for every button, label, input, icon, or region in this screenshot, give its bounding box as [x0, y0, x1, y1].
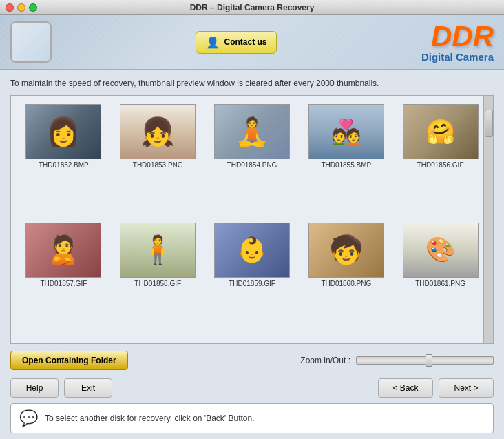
list-item[interactable]: THD01853.PNG [114, 104, 202, 217]
maximize-button[interactable] [29, 3, 37, 12]
list-item[interactable]: THD01858.GIF [114, 223, 202, 336]
thumbnail-label: THD01852.BMP [39, 161, 89, 169]
controls-row: Open Containing Folder Zoom in/Out : [10, 348, 494, 373]
brand-subtitle: Digital Camera [421, 51, 494, 63]
thumbnail-image [120, 223, 196, 278]
zoom-slider[interactable] [356, 356, 494, 365]
scrollbar[interactable] [483, 96, 493, 343]
next-button[interactable]: Next > [439, 378, 494, 398]
thumbnail-label: THD01856.GIF [417, 161, 464, 169]
window-title: DDR – Digital Camera Recovery [190, 3, 315, 12]
status-message: To select another disk for recovery, cli… [45, 414, 255, 423]
open-folder-button[interactable]: Open Containing Folder [10, 351, 128, 370]
thumbnail-image [403, 104, 479, 159]
zoom-control: Zoom in/Out : [300, 356, 494, 365]
thumbnail-label: THD01854.PNG [227, 161, 277, 169]
main-content: To maintain the speed of recovery, thumb… [0, 70, 504, 439]
minimize-button[interactable] [17, 3, 25, 12]
thumbnail-image [25, 104, 101, 159]
thumbnail-image [308, 104, 384, 159]
thumbnail-image [214, 104, 290, 159]
zoom-handle[interactable] [426, 354, 432, 367]
thumbnail-image [120, 104, 196, 159]
thumbnail-label: THD01853.PNG [133, 161, 183, 169]
close-button[interactable] [6, 3, 14, 12]
contact-icon: 👤 [206, 36, 220, 49]
open-folder-label: Open Containing Folder [22, 356, 116, 365]
list-item[interactable]: THD01860.PNG [302, 223, 390, 336]
thumbnail-label: THD01860.PNG [321, 280, 371, 287]
brand-ddr: DDR [421, 22, 494, 51]
list-item[interactable]: THD01861.PNG [396, 223, 485, 336]
thumbnail-label: THD01861.PNG [415, 280, 465, 287]
contact-label: Contact us [224, 37, 266, 47]
titlebar-buttons [6, 3, 37, 12]
list-item[interactable]: THD01855.BMP [302, 104, 390, 217]
list-item[interactable]: THD01859.GIF [208, 223, 297, 336]
list-item[interactable]: THD01856.GIF [396, 104, 485, 217]
header: 👤 Contact us DDR Digital Camera [0, 15, 504, 70]
scroll-thumb[interactable] [485, 110, 493, 137]
thumbnail-label: THD01858.GIF [134, 280, 181, 287]
status-icon: 💬 [19, 409, 38, 427]
thumbnail-image [214, 223, 290, 278]
help-button[interactable]: Help [10, 378, 59, 398]
list-item[interactable]: THD01852.BMP [19, 104, 108, 217]
thumbnail-label: THD01855.BMP [321, 161, 371, 169]
zoom-label: Zoom in/Out : [300, 356, 350, 365]
info-message: To maintain the speed of recovery, thumb… [10, 79, 379, 88]
button-row: Help Exit < Back Next > [10, 377, 494, 399]
thumbnail-label: THD01857.GIF [40, 280, 87, 287]
thumbnail-image [308, 223, 384, 278]
thumbnail-image [25, 223, 101, 278]
thumbnail-image [403, 223, 479, 278]
back-button[interactable]: < Back [378, 378, 433, 398]
info-bar: To maintain the speed of recovery, thumb… [10, 76, 494, 91]
contact-button[interactable]: 👤 Contact us [196, 31, 277, 54]
status-bar: 💬 To select another disk for recovery, c… [10, 403, 494, 433]
thumbnail-label: THD01859.GIF [229, 280, 275, 287]
titlebar: DDR – Digital Camera Recovery [0, 0, 504, 15]
list-item[interactable]: THD01854.PNG [208, 104, 297, 217]
brand-area: DDR Digital Camera [421, 22, 494, 63]
logo-icon [10, 21, 52, 63]
exit-button[interactable]: Exit [64, 378, 112, 398]
list-item[interactable]: THD01857.GIF [19, 223, 108, 336]
thumbnail-grid: THD01852.BMPTHD01853.PNGTHD01854.PNGTHD0… [11, 96, 493, 343]
thumbnail-area: THD01852.BMPTHD01853.PNGTHD01854.PNGTHD0… [10, 95, 494, 344]
checkerboard-logo [16, 27, 46, 57]
